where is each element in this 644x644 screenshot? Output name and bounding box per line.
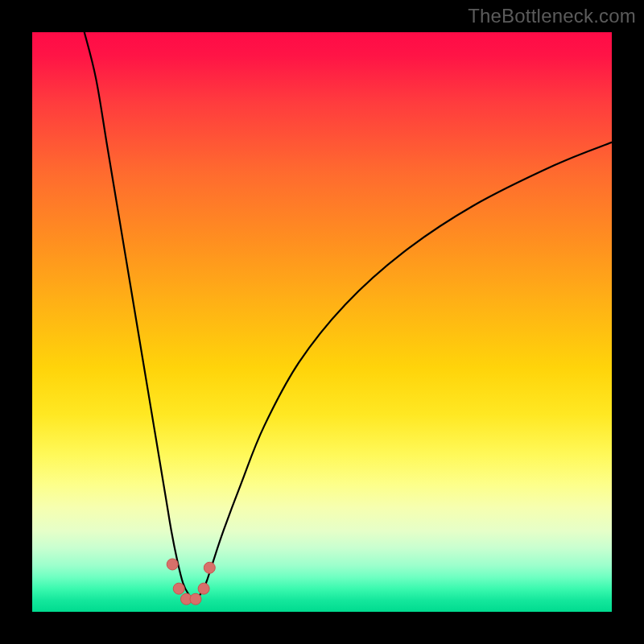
minimum-marker xyxy=(173,583,184,594)
minimum-marker xyxy=(204,562,215,573)
curve-layer xyxy=(32,32,612,612)
minimum-marker xyxy=(190,593,201,605)
minimum-marker xyxy=(167,559,178,570)
watermark-text: TheBottleneck.com xyxy=(468,5,636,27)
bottleneck-curve xyxy=(85,32,612,601)
plot-area xyxy=(32,32,612,612)
chart-frame: TheBottleneck.com xyxy=(0,0,644,644)
minimum-markers xyxy=(167,559,215,605)
minimum-marker xyxy=(198,583,209,594)
